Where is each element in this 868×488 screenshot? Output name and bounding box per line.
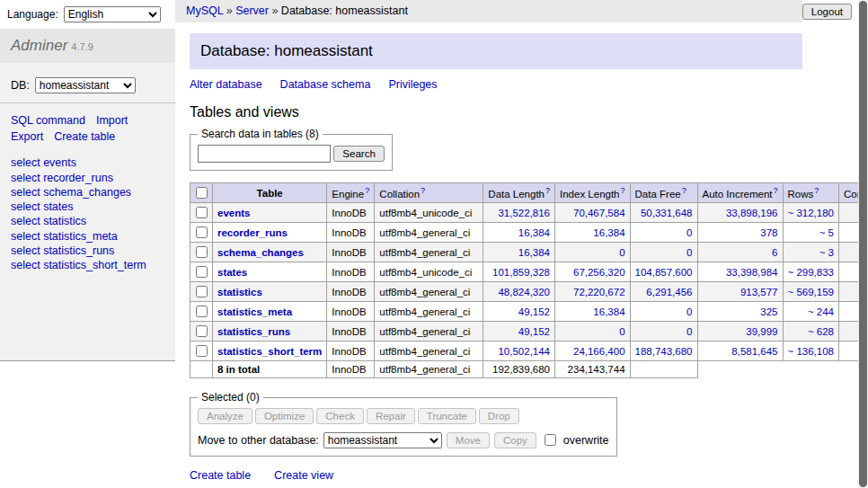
data-free-link[interactable]: 104,857,600 — [635, 267, 693, 278]
db-select[interactable]: homeassistant — [35, 77, 136, 93]
breadcrumb-link-mysql[interactable]: MySQL — [186, 4, 223, 17]
sidebar-select-statistics-meta[interactable]: select statistics_meta — [11, 230, 118, 243]
auto-increment-link[interactable]: 6 — [772, 247, 777, 258]
auto-increment-link[interactable]: 33,898,196 — [726, 208, 778, 218]
check-button[interactable]: Check — [316, 408, 364, 424]
index-length-link[interactable]: 67,256,320 — [573, 267, 625, 278]
rows-link[interactable]: ~ 3 — [819, 247, 834, 258]
data-free-link[interactable]: 0 — [686, 326, 692, 337]
data-length-link[interactable]: 49,152 — [518, 326, 550, 337]
index-length-link[interactable]: 0 — [619, 326, 624, 337]
row-checkbox[interactable] — [196, 226, 208, 238]
scrollbar[interactable] — [858, 0, 868, 488]
index-length-link[interactable]: 16,384 — [593, 306, 624, 317]
data-free-link[interactable]: 0 — [686, 247, 692, 258]
table-name-link[interactable]: statistics_meta — [217, 306, 292, 317]
table-name-link[interactable]: schema_changes — [217, 247, 304, 258]
data-free-link[interactable]: 188,743,680 — [635, 346, 693, 357]
data-length-link[interactable]: 31,522,816 — [498, 208, 550, 218]
move-db-select[interactable]: homeassistant — [323, 432, 442, 448]
auto-increment-link[interactable]: 39,999 — [746, 326, 777, 337]
sidebar-select-states[interactable]: select states — [11, 200, 73, 213]
select-all-checkbox[interactable] — [196, 187, 208, 199]
row-checkbox[interactable] — [196, 345, 208, 357]
data-free-link[interactable]: 50,331,648 — [641, 208, 693, 218]
language-select[interactable]: English — [64, 6, 161, 22]
optimize-button[interactable]: Optimize — [255, 408, 314, 424]
data-free-link[interactable]: 0 — [686, 306, 692, 317]
sidebar-link-import[interactable]: Import — [96, 114, 128, 127]
sidebar-select-statistics-runs[interactable]: select statistics_runs — [11, 244, 114, 257]
table-name-link[interactable]: statistics — [217, 287, 262, 297]
link-alter-database[interactable]: Alter database — [190, 78, 262, 91]
search-button[interactable]: Search — [333, 146, 384, 162]
index-length-link[interactable]: 0 — [619, 247, 624, 258]
link-create-table[interactable]: Create table — [190, 469, 251, 482]
breadcrumb-link-server[interactable]: Server — [235, 4, 269, 17]
row-checkbox[interactable] — [196, 286, 208, 297]
link-database-schema[interactable]: Database schema — [280, 78, 371, 91]
auto-increment-link[interactable]: 325 — [760, 306, 777, 317]
auto-increment-link[interactable]: 8,581,645 — [731, 346, 777, 357]
rows-link[interactable]: ~ 299,833 — [788, 267, 834, 278]
rows-link[interactable]: ~ 628 — [808, 326, 834, 337]
sidebar-select-statistics-short-term[interactable]: select statistics_short_term — [11, 259, 146, 271]
index-length-link[interactable]: 70,467,584 — [573, 208, 625, 218]
rows-link[interactable]: ~ 569,159 — [788, 287, 834, 297]
data-free-link[interactable]: 0 — [686, 227, 692, 238]
data-length-link[interactable]: 49,152 — [518, 306, 550, 317]
column-help-link[interactable]: ? — [421, 186, 425, 195]
sidebar-select-schema-changes[interactable]: select schema_changes — [11, 186, 131, 199]
truncate-button[interactable]: Truncate — [418, 408, 476, 424]
data-length-link[interactable]: 16,384 — [518, 227, 550, 238]
data-free-link[interactable]: 6,291,456 — [646, 287, 692, 297]
overwrite-checkbox[interactable] — [545, 434, 556, 446]
row-checkbox[interactable] — [196, 266, 208, 278]
column-help-link[interactable]: ? — [545, 186, 550, 195]
rows-link[interactable]: ~ 312,180 — [788, 208, 834, 218]
link-privileges[interactable]: Privileges — [388, 78, 437, 91]
rows-link[interactable]: ~ 5 — [819, 227, 834, 238]
sidebar-link-sql-command[interactable]: SQL command — [11, 114, 85, 127]
sidebar-select-statistics[interactable]: select statistics — [11, 215, 86, 227]
link-create-view[interactable]: Create view — [274, 469, 333, 482]
sidebar-link-export[interactable]: Export — [11, 130, 43, 143]
repair-button[interactable]: Repair — [367, 408, 415, 424]
rows-link[interactable]: ~ 244 — [808, 306, 834, 317]
table-name-link[interactable]: statistics_runs — [217, 326, 290, 337]
row-checkbox[interactable] — [196, 246, 208, 258]
auto-increment-link[interactable]: 378 — [760, 227, 777, 238]
copy-button[interactable]: Copy — [494, 432, 536, 448]
column-help-link[interactable]: ? — [814, 186, 819, 195]
index-length-link[interactable]: 72,220,672 — [573, 287, 625, 297]
logout-button[interactable]: Logout — [802, 4, 852, 20]
scrollbar-thumb[interactable] — [859, 1, 867, 487]
row-checkbox[interactable] — [196, 207, 208, 218]
rows-link[interactable]: ~ 136,108 — [788, 346, 834, 357]
drop-button[interactable]: Drop — [479, 408, 519, 424]
row-checkbox[interactable] — [196, 306, 208, 317]
row-checkbox[interactable] — [196, 325, 208, 337]
sidebar-select-events[interactable]: select events — [11, 156, 76, 169]
table-name-link[interactable]: recorder_runs — [217, 227, 288, 238]
index-length-link[interactable]: 16,384 — [593, 227, 624, 238]
table-name-link[interactable]: events — [217, 208, 250, 218]
data-length-link[interactable]: 101,859,328 — [492, 267, 550, 278]
sidebar-select-recorder-runs[interactable]: select recorder_runs — [11, 172, 113, 184]
index-length-link[interactable]: 24,166,400 — [573, 346, 625, 357]
search-input[interactable] — [198, 145, 331, 163]
data-length-link[interactable]: 10,502,144 — [498, 346, 550, 357]
table-name-link[interactable]: statistics_short_term — [217, 346, 322, 357]
column-help-link[interactable]: ? — [682, 186, 686, 195]
column-help-link[interactable]: ? — [773, 186, 777, 195]
sidebar-link-create-table[interactable]: Create table — [54, 130, 115, 143]
analyze-button[interactable]: Analyze — [198, 408, 252, 424]
column-help-link[interactable]: ? — [621, 186, 625, 195]
column-help-link[interactable]: ? — [365, 186, 369, 195]
table-name-link[interactable]: states — [217, 267, 247, 278]
data-length-link[interactable]: 48,824,320 — [498, 287, 550, 297]
data-length-link[interactable]: 16,384 — [518, 247, 550, 258]
move-button[interactable]: Move — [447, 432, 490, 448]
auto-increment-link[interactable]: 33,398,984 — [726, 267, 778, 278]
auto-increment-link[interactable]: 913,577 — [740, 287, 778, 297]
